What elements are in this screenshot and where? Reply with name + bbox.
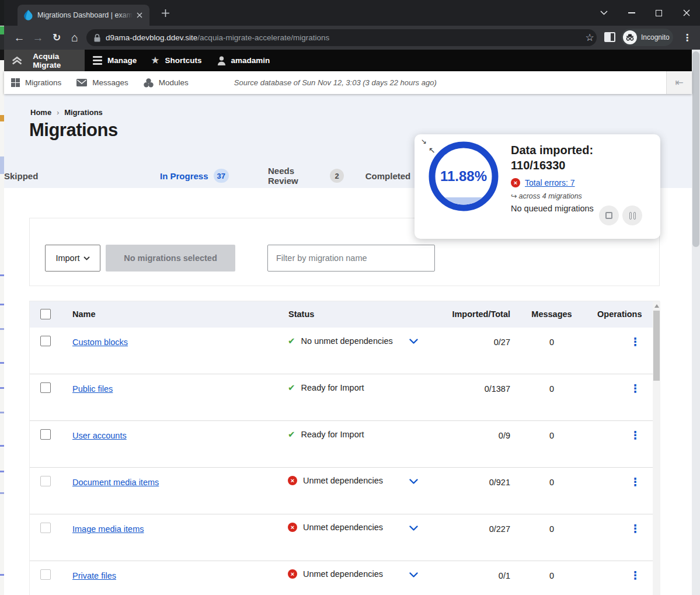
migration-link[interactable]: Image media items: [72, 524, 144, 534]
status-text: Unmet dependencies: [303, 476, 383, 485]
incognito-icon: [623, 30, 637, 44]
import-progress-overlay: ↘ ↖ 11.88% Data imported: 110/16330 × To…: [415, 134, 660, 239]
operations-menu-icon[interactable]: ⋮: [629, 475, 642, 489]
select-all-checkbox[interactable]: [40, 309, 51, 319]
table-scrollbar-thumb[interactable]: [653, 311, 660, 381]
tab-count-badge: 2: [330, 169, 344, 183]
import-label: Import: [55, 253, 79, 263]
row-checkbox[interactable]: [40, 429, 51, 440]
filter-input[interactable]: [267, 245, 435, 272]
breadcrumb-current: Migrations: [64, 108, 103, 117]
chevron-down-icon[interactable]: [409, 479, 418, 485]
tab-in-progress[interactable]: In Progress37: [150, 165, 239, 186]
browser-tab-bar: Migrations Dashboard | example: [4, 0, 700, 26]
back-icon[interactable]: ←: [11, 26, 27, 50]
chevron-down-icon[interactable]: [409, 526, 418, 531]
row-checkbox: [40, 523, 51, 533]
operations-menu-icon[interactable]: ⋮: [629, 522, 642, 535]
table-row: Custom blocks✔No unmet dependencies0/270…: [30, 328, 653, 374]
tab-count-badge: 37: [214, 169, 229, 183]
page-scrollbar-thumb[interactable]: [692, 51, 699, 247]
imported-total-value: 0/27: [445, 337, 510, 347]
hamburger-icon: [93, 56, 102, 65]
scroll-up-arrow-icon[interactable]: [654, 304, 659, 308]
operations-menu-icon[interactable]: ⋮: [629, 382, 642, 395]
col-messages: Messages: [530, 309, 574, 319]
tab-title-fade: [118, 8, 133, 22]
url-field[interactable]: d9ama-ddevblog.ddev.site/acquia-migrate-…: [86, 29, 597, 46]
stop-button[interactable]: [599, 206, 619, 225]
bookmark-star-icon[interactable]: ☆: [581, 26, 598, 50]
tab-needs-review[interactable]: Needs Review2: [268, 165, 344, 186]
migration-link[interactable]: Custom blocks: [72, 337, 128, 347]
admin-manage-button[interactable]: Manage: [93, 56, 137, 65]
nav-modules[interactable]: Modules: [144, 78, 189, 88]
operations-menu-icon[interactable]: ⋮: [629, 429, 642, 442]
migration-link[interactable]: Public files: [72, 384, 113, 394]
status-expand-chevron[interactable]: [409, 339, 418, 345]
new-tab-button[interactable]: [158, 6, 172, 20]
col-name: Name: [72, 309, 96, 319]
tab-skipped[interactable]: Skipped: [4, 165, 38, 186]
breadcrumb-separator: ›: [57, 109, 59, 117]
tab-close-icon[interactable]: [134, 10, 145, 20]
row-checkbox[interactable]: [40, 336, 51, 346]
home-icon[interactable]: ⌂: [67, 26, 83, 50]
tab-label: Skipped: [4, 171, 38, 181]
error-icon: ×: [288, 523, 297, 532]
table-scrollbar[interactable]: [653, 301, 660, 595]
acquia-migrate-brand[interactable]: Acquia Migrate: [4, 50, 85, 71]
admin-user-button[interactable]: amadamin: [217, 56, 270, 65]
status-cell: ×Unmet dependencies: [288, 476, 383, 485]
check-icon: ✔: [288, 429, 295, 440]
pause-button[interactable]: [622, 206, 642, 225]
background-window-edge: [0, 0, 4, 595]
close-window-icon[interactable]: [673, 3, 700, 23]
migration-link[interactable]: Private files: [72, 571, 116, 580]
row-checkbox[interactable]: [40, 382, 51, 393]
status-expand-chevron[interactable]: [409, 572, 418, 578]
total-errors-link[interactable]: Total errors: 7: [525, 178, 575, 187]
breadcrumb-home[interactable]: Home: [30, 108, 51, 117]
maximize-icon[interactable]: [645, 3, 673, 23]
messages-label: Messages: [92, 78, 128, 87]
chevron-down-icon[interactable]: [409, 572, 418, 578]
collapse-panel-icon[interactable]: ⇤: [666, 71, 692, 94]
col-status: Status: [288, 309, 314, 319]
tab-label: In Progress: [160, 171, 208, 181]
migrations-table: Name Status Imported/Total Messages Oper…: [29, 301, 660, 595]
side-panel-icon[interactable]: [604, 32, 615, 42]
secondary-toolbar: Migrations Messages Modules Source datab…: [4, 71, 692, 94]
operations-menu-icon[interactable]: ⋮: [629, 569, 642, 582]
browser-tab[interactable]: Migrations Dashboard | example: [18, 5, 149, 26]
browser-menu-icon[interactable]: ⋮: [680, 26, 694, 50]
forward-icon[interactable]: →: [30, 26, 46, 50]
table-row: User accounts✔Ready for Import0/90⋮: [30, 421, 653, 468]
table-row: Document media items×Unmet dependencies0…: [30, 468, 653, 514]
operations-menu-icon[interactable]: ⋮: [629, 335, 642, 349]
double-chevron-up-icon: [12, 56, 22, 65]
status-text: Ready for Import: [301, 383, 364, 392]
chevron-down-icon[interactable]: [409, 339, 418, 345]
nav-messages[interactable]: Messages: [76, 78, 128, 87]
table-header: Name Status Imported/Total Messages Oper…: [30, 301, 653, 328]
username-label: amadamin: [231, 56, 270, 65]
page-scrollbar[interactable]: [692, 50, 700, 595]
reload-icon[interactable]: ↻: [48, 26, 65, 50]
messages-value: 0: [530, 571, 574, 580]
migration-link[interactable]: Document media items: [72, 478, 159, 487]
minimize-icon[interactable]: [618, 3, 645, 23]
across-note-text: across 4 migrations: [518, 192, 581, 200]
migration-link[interactable]: User accounts: [72, 431, 127, 440]
tab-completed[interactable]: Completed3: [374, 165, 421, 186]
status-expand-chevron[interactable]: [409, 479, 418, 485]
grid-icon: [11, 78, 20, 87]
status-expand-chevron[interactable]: [409, 526, 418, 531]
tab-search-chevron-icon[interactable]: [590, 3, 618, 23]
admin-shortcuts-button[interactable]: ★ Shortcuts: [151, 54, 201, 67]
messages-value: 0: [530, 337, 574, 347]
import-dropdown-button[interactable]: Import: [45, 245, 100, 272]
imported-total-value: 0/227: [445, 524, 510, 534]
nav-migrations[interactable]: Migrations: [11, 78, 61, 87]
table-row: Private files×Unmet dependencies0/10⋮: [30, 561, 653, 595]
